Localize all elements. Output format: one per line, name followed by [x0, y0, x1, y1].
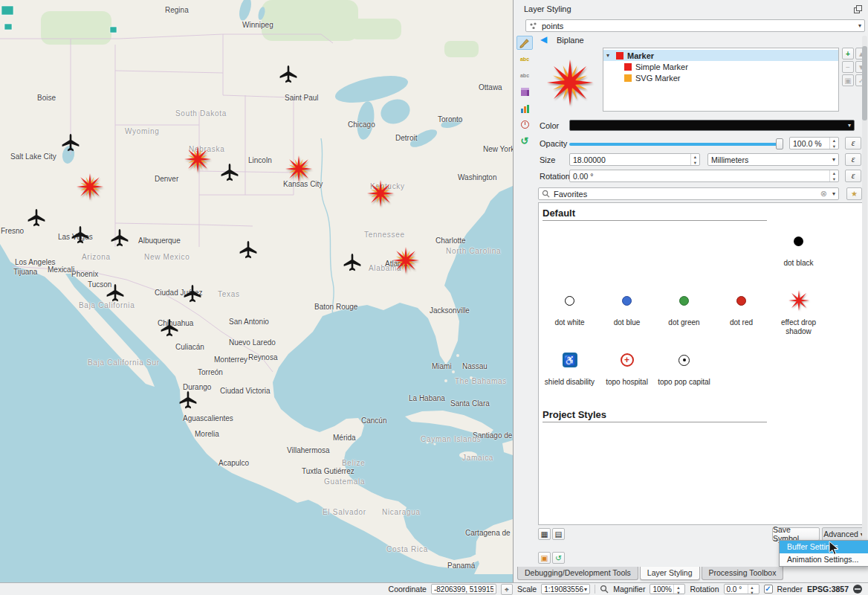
crs-indicator[interactable]: EPSG:3857 [807, 585, 849, 594]
tab-layer-styling[interactable]: Layer Styling [640, 567, 700, 580]
tab-processing-toolbox[interactable]: Processing Toolbox [702, 567, 784, 580]
layer-selector[interactable]: points ▾ [525, 19, 865, 32]
dock-tabs: Debugging/Development Tools Layer Stylin… [517, 567, 783, 580]
tab-labels[interactable]: abc [516, 52, 533, 66]
data-defined-override-button[interactable]: ε [845, 153, 861, 166]
dot-black-icon [794, 237, 803, 246]
section-heading-project-styles: Project Styles [542, 409, 767, 422]
color-button[interactable]: ▾ [569, 120, 855, 131]
chevron-down-icon: ▾ [845, 122, 854, 129]
size-spinbox[interactable]: 18.00000 ▴▾ [569, 153, 700, 166]
chevron-down-icon[interactable]: ▾ [829, 190, 838, 197]
cube-3d-icon [521, 88, 529, 96]
tree-row-simple-marker[interactable]: Simple Marker [603, 61, 838, 72]
style-item-dot-blue[interactable]: dot blue [598, 283, 655, 342]
mouse-cursor-icon [829, 541, 839, 557]
style-item-topo-hospital[interactable]: + topo hospital [598, 342, 655, 402]
coordinate-label: Coordinate [389, 585, 427, 594]
advanced-menu: Buffer Settings Animation Settings... [779, 540, 868, 567]
rotation-spinbox[interactable]: 0.00 ° ▴▾ [569, 170, 839, 182]
save-symbol-button[interactable]: Save Symbol... [772, 527, 820, 541]
slider-handle[interactable] [776, 138, 783, 149]
svg-marker-swatch [624, 74, 632, 82]
opacity-label: Opacity [540, 139, 567, 148]
dot-red-icon [736, 296, 746, 306]
dot-green-icon [679, 296, 689, 306]
coordinate-input[interactable] [431, 584, 496, 594]
render-checkbox[interactable]: ✓ [764, 585, 773, 594]
magnifier-spinbox[interactable]: 100% ▴▾ [650, 584, 685, 594]
history-icon: ↺ [521, 135, 529, 147]
style-item-dot-green[interactable]: dot green [655, 283, 713, 342]
tab-diagrams[interactable] [516, 101, 533, 115]
scale-combo[interactable]: 1:19083556 ▾ [541, 584, 590, 594]
tab-temporal[interactable] [516, 118, 533, 132]
style-item-dot-black[interactable]: dot black [770, 223, 827, 283]
search-icon [542, 190, 550, 198]
style-filter-input[interactable]: Favorites ⊗ ▾ [538, 187, 839, 200]
tree-root-label: Marker [627, 51, 654, 60]
duplicate-layer-button[interactable]: ▣ [842, 74, 854, 86]
tree-row-marker[interactable]: ▾ Marker [603, 50, 838, 61]
size-unit-combo[interactable]: Millimeters ▾ [707, 153, 839, 166]
scrollbar-thumb[interactable] [862, 46, 867, 120]
icon-view-button[interactable]: ▦ [538, 528, 551, 540]
opacity-spinbox[interactable]: 100.0 % ▴▾ [789, 137, 839, 149]
symbol-layer-tree: ▾ Marker Simple Marker SVG Marker [603, 48, 839, 112]
style-tag-button[interactable]: ▣ [538, 552, 551, 564]
style-item-shield-disability[interactable]: ♿ shield disability [541, 342, 598, 402]
style-item-effect-drop-shadow[interactable]: effect drop shadow [770, 283, 827, 342]
tab-3d-view[interactable] [516, 85, 533, 99]
magnifier-label: Magnifier [613, 585, 645, 594]
map-canvas[interactable]: ReginaWinnipegSaint PaulOttawaTorontoBoi… [0, 0, 513, 582]
style-item-dot-white[interactable]: dot white [541, 283, 598, 342]
clock-icon [521, 120, 529, 129]
spinner-buttons[interactable]: ▴▾ [829, 170, 838, 181]
tab-debugging-development-tools[interactable]: Debugging/Development Tools [517, 567, 638, 580]
menu-item-animation-settings[interactable]: Animation Settings... [780, 553, 868, 566]
bar-chart-icon [520, 104, 529, 113]
rotation-label: Rotation [690, 585, 719, 594]
capital-dot-icon [678, 355, 690, 366]
advanced-button[interactable]: Advanced ▾ [822, 527, 865, 541]
section-heading-default: Default [542, 208, 767, 221]
remove-symbol-layer-button[interactable]: − [842, 61, 854, 73]
clear-filter-icon[interactable]: ⊗ [818, 189, 829, 199]
tab-masks[interactable]: abc [516, 68, 533, 83]
tree-row-svg-marker[interactable]: SVG Marker [603, 72, 838, 83]
float-panel-icon[interactable] [854, 5, 862, 15]
symbol-name: Biplane [557, 36, 584, 45]
back-button[interactable]: ◀ [540, 34, 547, 45]
size-label: Size [540, 155, 555, 164]
extent-position-button[interactable]: ⌖ [501, 584, 513, 595]
list-view-button[interactable]: ▤ [552, 528, 565, 540]
wheelchair-icon: ♿ [563, 353, 577, 367]
opacity-slider[interactable] [569, 138, 783, 149]
messages-icon[interactable] [853, 585, 862, 594]
tab-history[interactable]: ↺ [516, 134, 533, 148]
chevron-down-icon: ▾ [583, 586, 588, 593]
spinner-buttons[interactable]: ▴▾ [673, 585, 682, 594]
panel-scrollbar[interactable] [862, 36, 867, 564]
expander-icon[interactable]: ▾ [606, 52, 612, 59]
tab-symbology[interactable] [516, 36, 533, 50]
style-item-topo-pop-capital[interactable]: topo pop capital [655, 342, 713, 402]
spinner-buttons[interactable]: ▴▾ [829, 138, 838, 149]
style-refresh-button[interactable]: ↺ [552, 552, 565, 564]
scale-label: Scale [517, 585, 537, 594]
data-defined-override-button[interactable]: ε [845, 170, 861, 182]
magnifier-icon [600, 585, 609, 594]
paintbrush-icon [519, 38, 530, 48]
rotation-spinbox[interactable]: 0.0 ° ▴▾ [724, 584, 760, 594]
add-symbol-layer-button[interactable]: + [842, 48, 854, 60]
dot-white-icon [565, 296, 574, 306]
style-manager-button[interactable]: ★ [846, 187, 862, 200]
spinner-buttons[interactable]: ▴▾ [690, 154, 699, 165]
style-item-dot-red[interactable]: dot red [713, 283, 770, 342]
style-library[interactable]: Default dot black dot white dot blue dot… [538, 202, 863, 525]
spinner-buttons[interactable]: ▴▾ [748, 585, 757, 594]
data-defined-override-button[interactable]: ε [845, 137, 861, 149]
menu-item-buffer-settings[interactable]: Buffer Settings [780, 541, 868, 553]
separator [595, 585, 595, 594]
rotation-label: Rotation [540, 172, 570, 181]
